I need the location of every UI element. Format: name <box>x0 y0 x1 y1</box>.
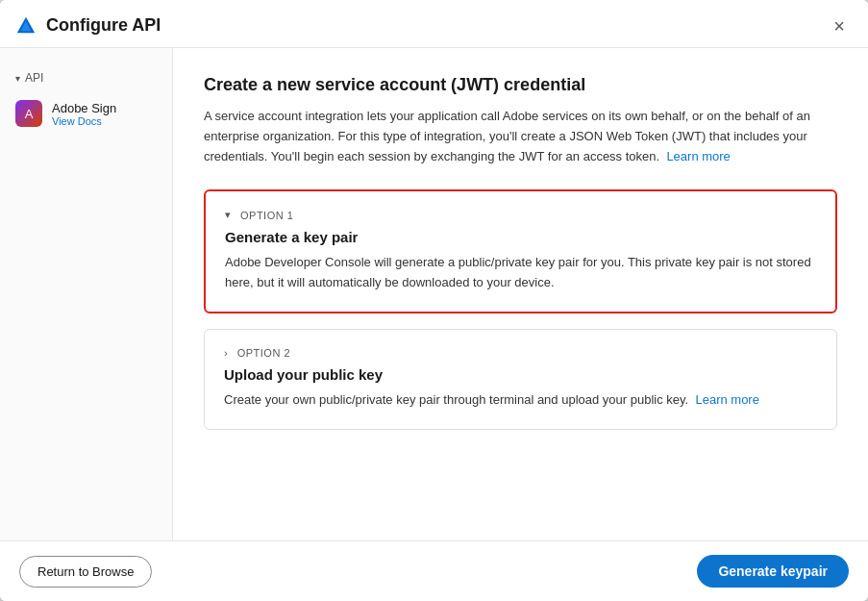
sidebar-item-adobe-sign[interactable]: A Adobe Sign View Docs <box>0 92 172 135</box>
option1-title: Generate a key pair <box>225 229 816 245</box>
option2-card[interactable]: › OPTION 2 Upload your public key Create… <box>204 329 837 430</box>
adobe-sign-icon: A <box>15 100 42 127</box>
modal-footer: Return to Browse Generate keypair <box>0 540 868 601</box>
option1-label: OPTION 1 <box>240 210 293 221</box>
option2-description: Create your own public/private key pair … <box>224 390 817 410</box>
chevron-down-icon: ▾ <box>15 73 20 84</box>
learn-more-link-1[interactable]: Learn more <box>666 149 730 163</box>
option2-header: › OPTION 2 <box>224 347 817 359</box>
section-description: A service account integration lets your … <box>204 107 837 166</box>
sidebar-item-name: Adobe Sign <box>52 101 116 115</box>
modal-title: Configure API <box>46 15 828 36</box>
option2-title: Upload your public key <box>224 366 817 383</box>
sidebar-item-text: Adobe Sign View Docs <box>52 101 116 127</box>
view-docs-link[interactable]: View Docs <box>52 115 116 127</box>
main-content: Create a new service account (JWT) crede… <box>173 48 868 540</box>
option1-card[interactable]: ▾ OPTION 1 Generate a key pair Adobe Dev… <box>204 189 837 313</box>
learn-more-link-2[interactable]: Learn more <box>695 392 758 407</box>
option1-description: Adobe Developer Console will generate a … <box>225 253 816 291</box>
close-button[interactable]: × <box>828 14 851 38</box>
sidebar-section-label: API <box>25 71 43 85</box>
sidebar: ▾ API A Adobe Sign View Docs <box>0 48 173 540</box>
modal-body: ▾ API A Adobe Sign View Docs Create a ne… <box>0 48 868 540</box>
sidebar-api-section[interactable]: ▾ API <box>0 67 172 92</box>
section-title: Create a new service account (JWT) crede… <box>204 75 837 95</box>
chevron-right-icon-option2: › <box>224 347 228 359</box>
modal-header: Configure API × <box>0 0 868 48</box>
option1-header: ▾ OPTION 1 <box>225 209 816 221</box>
chevron-down-icon-option1: ▾ <box>225 209 231 221</box>
generate-keypair-button[interactable]: Generate keypair <box>697 555 849 588</box>
modal: Configure API × ▾ API A Adobe Sign View … <box>0 0 868 601</box>
option2-label: OPTION 2 <box>237 347 290 359</box>
return-to-browse-button[interactable]: Return to Browse <box>19 556 152 588</box>
logo-icon <box>15 15 37 37</box>
